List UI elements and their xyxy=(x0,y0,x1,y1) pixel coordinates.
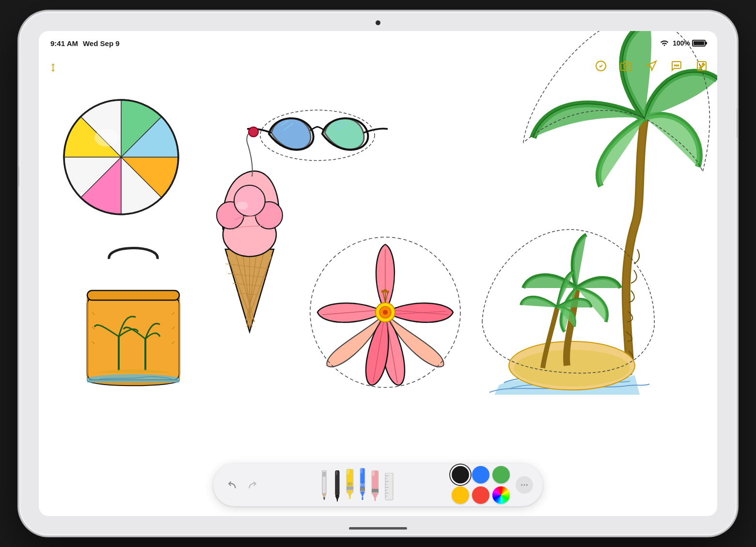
status-left: 9:41 AM Wed Sep 9 xyxy=(50,39,120,48)
battery-container: 100% xyxy=(673,39,706,47)
svg-point-53 xyxy=(384,289,387,292)
highlighter-yellow-tool[interactable]: 80 xyxy=(345,469,355,502)
color-red[interactable] xyxy=(472,486,489,504)
svg-marker-69 xyxy=(346,490,353,497)
svg-rect-58 xyxy=(323,472,326,477)
power-button[interactable] xyxy=(737,109,739,138)
status-right: 100% xyxy=(660,39,706,48)
color-swatches xyxy=(452,466,510,504)
color-yellow[interactable] xyxy=(452,486,469,504)
svg-point-92 xyxy=(521,484,522,486)
edit-icon[interactable] xyxy=(696,60,708,75)
pen-black-tool[interactable] xyxy=(333,470,341,502)
svg-point-56 xyxy=(514,350,630,386)
camera-icon[interactable] xyxy=(620,60,632,75)
battery-percent: 100% xyxy=(673,39,690,47)
date-display: Wed Sep 9 xyxy=(83,39,120,48)
svg-marker-3 xyxy=(647,61,656,70)
svg-point-0 xyxy=(664,45,665,46)
svg-text:50: 50 xyxy=(360,483,365,487)
redo-button[interactable] xyxy=(243,476,262,494)
toolbar-right xyxy=(595,60,708,75)
color-green[interactable] xyxy=(492,466,510,483)
svg-point-2 xyxy=(624,64,628,68)
svg-point-14 xyxy=(94,129,119,146)
wifi-icon xyxy=(660,39,669,48)
svg-text:80: 80 xyxy=(347,482,352,486)
navigation-icon[interactable] xyxy=(646,60,657,75)
ipad-screen: 9:41 AM Wed Sep 9 100% xyxy=(39,31,717,516)
color-black[interactable] xyxy=(452,466,469,483)
drawings-canvas[interactable] xyxy=(39,31,717,516)
ruler-tool[interactable] xyxy=(384,473,394,502)
svg-rect-68 xyxy=(346,486,353,490)
svg-marker-60 xyxy=(323,498,325,500)
svg-point-51 xyxy=(386,290,389,293)
svg-point-31 xyxy=(249,127,258,137)
speech-bubble-icon[interactable] xyxy=(671,60,682,75)
svg-rect-73 xyxy=(361,468,362,473)
svg-point-4 xyxy=(675,65,676,66)
svg-point-47 xyxy=(383,310,388,315)
checkmark-icon[interactable] xyxy=(595,60,607,75)
volume-button[interactable] xyxy=(17,167,19,186)
bottom-toolbar: A xyxy=(213,464,543,506)
svg-marker-75 xyxy=(360,491,365,498)
battery-icon xyxy=(692,40,706,47)
more-options-button[interactable] xyxy=(516,476,533,494)
hibiscus-flower-drawing xyxy=(310,237,460,387)
svg-point-94 xyxy=(526,484,528,486)
svg-point-5 xyxy=(676,65,677,66)
svg-point-6 xyxy=(678,65,679,66)
sunglasses-drawing xyxy=(247,110,388,161)
beach-ball-drawing xyxy=(64,100,178,214)
svg-marker-81 xyxy=(372,493,378,499)
svg-point-93 xyxy=(524,484,525,486)
ipad-frame: 9:41 AM Wed Sep 9 100% xyxy=(19,12,737,535)
time-display: 9:41 AM xyxy=(50,39,78,48)
undo-button[interactable] xyxy=(223,476,241,494)
canvas-area[interactable] xyxy=(39,31,717,516)
svg-rect-67 xyxy=(347,469,349,474)
svg-rect-79 xyxy=(372,471,375,476)
beach-bag-drawing xyxy=(87,248,179,386)
ice-cream-drawing xyxy=(217,127,283,332)
undo-redo-group xyxy=(223,476,262,494)
svg-rect-63 xyxy=(336,471,337,475)
collapse-icon[interactable]: ⤡ xyxy=(45,60,60,75)
eraser-tool[interactable] xyxy=(370,470,380,502)
svg-point-30 xyxy=(234,185,265,216)
svg-rect-74 xyxy=(360,487,365,491)
top-toolbar: ⤡ xyxy=(39,55,717,80)
svg-point-32 xyxy=(236,202,248,209)
svg-rect-33 xyxy=(87,298,179,380)
color-blue[interactable] xyxy=(472,466,489,483)
color-spectrum[interactable] xyxy=(492,486,510,504)
status-bar: 9:41 AM Wed Sep 9 100% xyxy=(39,31,717,55)
pencil-tool[interactable]: A xyxy=(319,470,330,502)
svg-rect-36 xyxy=(87,290,179,300)
drawing-tools-group: A xyxy=(269,468,444,502)
battery-fill xyxy=(693,41,704,45)
toolbar-left: ⤡ xyxy=(48,61,57,74)
svg-rect-80 xyxy=(372,489,378,493)
marker-blue-tool[interactable]: 50 xyxy=(359,468,366,502)
